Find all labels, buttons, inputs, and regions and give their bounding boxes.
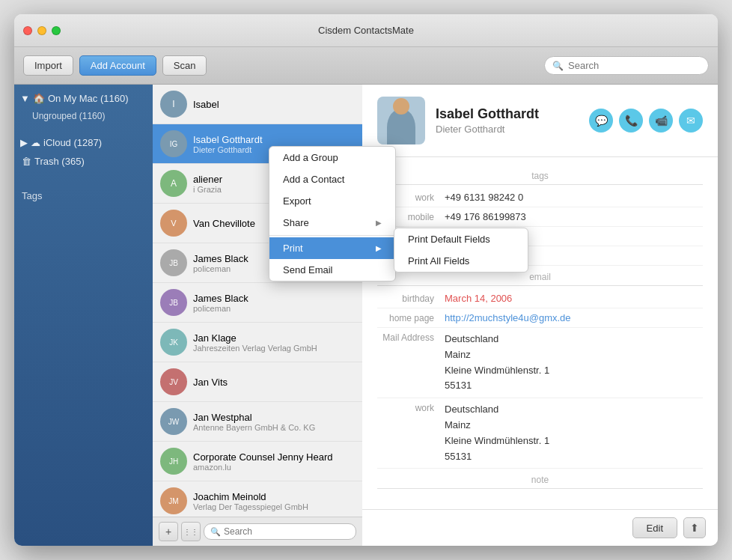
detail-value-homepage[interactable]: http://2muchstyle4u@gmx.de <box>445 312 703 323</box>
contact-subtitle: Jahreszeiten Verlag Verlag GmbH <box>193 344 355 353</box>
minimize-button[interactable] <box>37 26 46 35</box>
share-button[interactable]: ⬆ <box>683 517 706 538</box>
sidebar-item-trash[interactable]: 🗑 Trash (365) <box>14 152 153 171</box>
contact-name: Jan Vits <box>193 377 355 388</box>
detail-row-mobile-1: mobile +49 176 86199873 <box>377 207 703 227</box>
context-menu: Add a Group Add a Contact Export Share ▶… <box>269 146 396 281</box>
phone-icon: 📞 <box>625 115 638 127</box>
titlebar: Cisdem ContactsMate <box>14 14 718 47</box>
maximize-button[interactable] <box>52 26 61 35</box>
contact-item-jan-klage[interactable]: JK Jan Klage Jahreszeiten Verlag Verlag … <box>153 323 362 362</box>
detail-value: +49 6131 98242 0 <box>445 192 703 203</box>
detail-contact-subname: Dieter Gotthardt <box>436 124 579 135</box>
detail-row-work-phone: work +49 6131 98242 0 <box>377 188 703 207</box>
sidebar-tags-label: Tags <box>22 190 42 201</box>
context-menu-item-add-group[interactable]: Add a Group <box>269 147 395 168</box>
window-title: Cisdem ContactsMate <box>318 25 414 36</box>
avatar: JV <box>160 368 187 395</box>
avatar-body <box>387 109 415 144</box>
contact-item-jenny-heard[interactable]: JH Corporate Counsel Jenny Heard amazon.… <box>153 442 362 481</box>
sidebar-trash-label: Trash (365) <box>34 156 85 167</box>
options-button[interactable]: ⋮⋮ <box>181 522 201 541</box>
chevron-right-icon: ▶ <box>20 137 28 148</box>
detail-footer: Edit ⬆ <box>362 509 718 546</box>
plus-icon: + <box>165 526 171 538</box>
detail-body: tags work +49 6131 98242 0 mobile +49 17… <box>362 157 718 509</box>
chevron-right-icon: ▶ <box>376 244 382 252</box>
global-search-input[interactable] <box>568 60 701 71</box>
avatar: JW <box>160 408 187 435</box>
tags-section-label: tags <box>377 165 703 184</box>
cloud-icon: ☁ <box>31 137 40 148</box>
context-menu-divider <box>269 235 395 236</box>
contact-info: Isabel <box>193 99 355 110</box>
contact-item-jan-westphal[interactable]: JW Jan Westphal Antenne Bayern GmbH & Co… <box>153 402 362 442</box>
detail-row-homepage: home page http://2muchstyle4u@gmx.de <box>377 308 703 328</box>
contact-item-james-black-2[interactable]: JB James Black policeman <box>153 283 362 323</box>
print-submenu: Print Default Fields Print All Fields <box>394 228 528 273</box>
detail-header: Isabel Gotthardt Dieter Gotthardt 💬 📞 📹 … <box>362 85 718 157</box>
context-menu-item-share[interactable]: Share ▶ <box>269 212 395 234</box>
detail-contact-name: Isabel Gotthardt <box>436 106 579 122</box>
phone-button[interactable]: 📞 <box>619 109 643 133</box>
contact-name: James Black <box>193 293 355 304</box>
email-button[interactable]: ✉ <box>679 109 703 133</box>
detail-label: home page <box>377 312 445 323</box>
detail-label: birthday <box>377 293 445 304</box>
chevron-right-icon: ▶ <box>376 219 382 227</box>
sidebar-item-icloud[interactable]: ▶ ☁ iCloud (1287) <box>14 133 153 152</box>
sidebar-on-my-mac-section: ▼ 🏠 On My Mac (1160) Ungrouped (1160) <box>14 85 153 129</box>
message-button[interactable]: 💬 <box>589 109 613 133</box>
scan-button[interactable]: Scan <box>162 55 207 76</box>
video-button[interactable]: 📹 <box>649 109 673 133</box>
context-menu-item-add-contact[interactable]: Add a Contact <box>269 168 395 190</box>
search-icon: 🔍 <box>210 527 221 537</box>
contact-name: Jan Klage <box>193 332 355 344</box>
global-search-bar[interactable]: 🔍 <box>544 56 709 75</box>
avatar: JB <box>160 249 187 276</box>
email-icon: ✉ <box>686 115 695 127</box>
contact-name: Isabel Gotthardt <box>193 134 355 145</box>
detail-row-work-address: work DeutschlandMainzKleine Windmühlenst… <box>377 398 703 469</box>
video-icon: 📹 <box>655 115 668 127</box>
detail-row-mail-address: Mail Address DeutschlandMainzKleine Wind… <box>377 328 703 398</box>
contact-list-bottombar: + ⋮⋮ 🔍 <box>153 517 362 546</box>
contact-name: Corporate Counsel Jenny Heard <box>193 451 355 463</box>
context-menu-item-export[interactable]: Export <box>269 190 395 212</box>
detail-value-birthday: March 14, 2006 <box>445 293 703 304</box>
contact-item-isabel[interactable]: I Isabel <box>153 85 362 124</box>
edit-button[interactable]: Edit <box>632 517 677 538</box>
contact-item-joachim-meinold[interactable]: JM Joachim Meinold Verlag Der Tagesspieg… <box>153 481 362 517</box>
context-menu-item-print[interactable]: Print ▶ <box>269 237 395 259</box>
avatar: JH <box>160 448 187 475</box>
list-search-input[interactable] <box>224 526 350 537</box>
import-button[interactable]: Import <box>23 55 73 76</box>
avatar: JM <box>160 487 187 514</box>
list-search-bar[interactable]: 🔍 <box>204 523 356 540</box>
contact-subtitle: Antenne Bayern GmbH & Co. KG <box>193 423 355 432</box>
contact-subtitle: policeman <box>193 304 355 313</box>
sidebar-item-on-my-mac[interactable]: ▼ 🏠 On My Mac (1160) <box>14 89 153 108</box>
avatar: V <box>160 210 187 237</box>
submenu-item-print-all[interactable]: Print All Fields <box>394 250 528 272</box>
contact-item-jan-vits[interactable]: JV Jan Vits <box>153 362 362 402</box>
sidebar-tags-section: Tags <box>14 183 153 209</box>
home-icon: 🏠 <box>33 93 45 104</box>
detail-value-work-address: DeutschlandMainzKleine Windmühlenstr. 15… <box>445 402 703 464</box>
avatar: A <box>160 170 187 197</box>
add-contact-button[interactable]: + <box>159 522 178 541</box>
submenu-item-print-default[interactable]: Print Default Fields <box>394 228 528 250</box>
close-button[interactable] <box>23 26 32 35</box>
sidebar-item-ungrouped[interactable]: Ungrouped (1160) <box>14 108 153 124</box>
toolbar: Import Add Account Scan 🔍 <box>14 47 718 85</box>
detail-row-birthday: birthday March 14, 2006 <box>377 289 703 308</box>
add-account-button[interactable]: Add Account <box>79 55 156 76</box>
context-menu-item-send-email[interactable]: Send Email <box>269 259 395 281</box>
avatar: IG <box>160 130 187 157</box>
avatar-head <box>393 98 409 115</box>
avatar: JK <box>160 329 187 356</box>
contact-info: James Black policeman <box>193 293 355 313</box>
detail-label: work <box>377 402 445 413</box>
main-window: Cisdem ContactsMate Import Add Account S… <box>14 14 718 546</box>
trash-icon: 🗑 <box>22 156 31 167</box>
